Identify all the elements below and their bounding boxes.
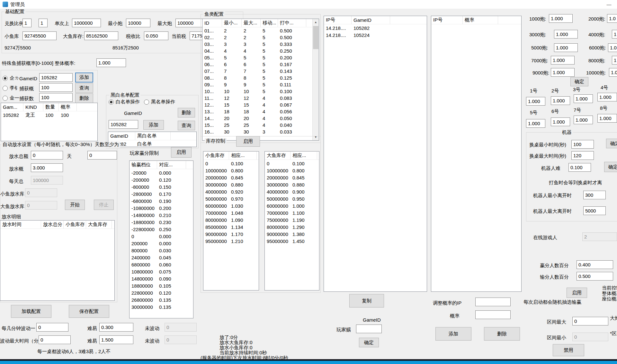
max-leave-input[interactable]	[583, 206, 606, 215]
table-row[interactable]: 11...121240.083	[202, 95, 319, 101]
column-header[interactable]: 最大...	[242, 19, 261, 27]
adjust-prob-input[interactable]	[475, 310, 511, 319]
table-row[interactable]: 10...101050.100	[202, 88, 319, 95]
column-header[interactable]: 概率	[463, 16, 498, 24]
percent-enable-button[interactable]: 启用	[567, 288, 587, 298]
table-row[interactable]: 800000001.290	[265, 223, 319, 230]
machine-confirm2-button[interactable]: 确定	[604, 162, 617, 172]
special-delete-button[interactable]: 删除	[75, 93, 93, 103]
table-row[interactable]: 700000001.100	[265, 209, 319, 216]
column-header[interactable]: 对应...	[157, 161, 186, 169]
adjust-ip-input[interactable]	[475, 298, 511, 306]
table-row[interactable]: 08...8850.125	[202, 74, 319, 81]
table-row[interactable]: -28000000.170	[130, 190, 193, 197]
table-row[interactable]: 188000000.105	[130, 282, 193, 289]
special-add-button[interactable]: 添加	[75, 73, 93, 82]
cannon-confirm-button[interactable]: 确定	[570, 77, 588, 86]
column-header[interactable]: 放水总分	[41, 221, 64, 229]
table-row[interactable]: -228000000.250	[130, 226, 193, 233]
table-row[interactable]: 00.100	[265, 160, 319, 167]
table-row[interactable]: 00.000	[130, 233, 193, 240]
max-switch-input[interactable]	[571, 151, 594, 160]
table-row[interactable]: -108000000.200	[130, 204, 193, 212]
exchange-b-input[interactable]	[39, 19, 48, 27]
tax-ratio-input[interactable]	[144, 31, 168, 40]
table-row[interactable]: 8000000.030	[130, 247, 193, 254]
bwlist-gameid-input[interactable]	[109, 120, 138, 129]
range-max-input[interactable]	[572, 317, 608, 325]
table-row[interactable]: 04...4450.250	[202, 48, 319, 54]
column-header[interactable]: 移动...	[261, 19, 278, 27]
column-header[interactable]: GameID	[352, 16, 390, 24]
table-row[interactable]: 14.218....105224	[324, 31, 427, 39]
min-cannon-input[interactable]	[126, 19, 150, 27]
table-row[interactable]: 100000000.800	[203, 167, 259, 174]
table-row[interactable]: 300000000.880	[203, 181, 259, 188]
seat-7-input[interactable]	[574, 116, 593, 124]
single-upload-input[interactable]	[72, 19, 101, 27]
cannon-10000-input[interactable]	[609, 68, 617, 77]
column-header[interactable]: 大鱼库存	[265, 152, 291, 160]
table-row[interactable]: 750000001.190	[265, 216, 319, 223]
robot-diff-input[interactable]	[568, 163, 591, 172]
copy-button[interactable]: 复制	[349, 294, 384, 308]
column-header[interactable]: 相应...	[229, 152, 257, 160]
load-config-button[interactable]: 加载配置	[11, 305, 51, 318]
special-overall-prob-input[interactable]	[96, 58, 126, 67]
special-type-radio-3[interactable]: 金一	[3, 95, 19, 101]
seat-3-input[interactable]	[574, 94, 593, 103]
water-day-input[interactable]	[87, 151, 117, 160]
table-row[interactable]: 05...5550.200	[202, 54, 319, 61]
table-row[interactable]: 108000000.075	[130, 268, 193, 275]
table-row[interactable]: -148000000.210	[130, 212, 193, 219]
column-header[interactable]: 打中...	[278, 19, 306, 27]
column-header[interactable]: IP号	[431, 16, 463, 24]
min-leave-input[interactable]	[583, 191, 606, 199]
minimize-button[interactable]: —	[602, 0, 616, 9]
blacklist-radio[interactable]: 黑名单操作	[144, 99, 175, 105]
table-row[interactable]: -68000000.190	[130, 197, 193, 204]
wave-row1-diff-input[interactable]	[99, 323, 133, 332]
table-row[interactable]: 268000000.135	[130, 296, 193, 303]
seat-6-input[interactable]	[551, 117, 570, 126]
wave-row1-input[interactable]	[36, 323, 68, 332]
cannon-9000-input[interactable]	[551, 68, 575, 77]
cannon-6000-input[interactable]	[608, 43, 617, 52]
table-row[interactable]: 14...202040.050	[202, 115, 319, 122]
table-row[interactable]: 600000001.030	[203, 202, 259, 209]
column-header[interactable]: 黑白名单	[135, 132, 171, 140]
column-header[interactable]: 小鱼库存	[64, 221, 86, 229]
bwlist-add-button[interactable]: 添加	[143, 120, 164, 130]
column-header[interactable]: 输赢档位	[130, 161, 157, 169]
wave-row2-diff-input[interactable]	[99, 335, 133, 344]
scroll-thumb[interactable]	[313, 26, 318, 49]
cannon-1000-input[interactable]	[549, 14, 573, 23]
special-type-radio-2[interactable]: 李钅	[3, 85, 19, 91]
column-header[interactable]: 概率	[59, 103, 77, 111]
table-row[interactable]: 950000001.450	[265, 238, 319, 245]
table-row[interactable]: 700000001.048	[203, 209, 259, 216]
cannon-4000-input[interactable]	[612, 30, 617, 39]
table-row[interactable]: 148000000.090	[130, 275, 193, 282]
table-row[interactable]: 800000001.090	[203, 216, 259, 223]
column-header[interactable]: 大鱼库存	[86, 221, 112, 229]
column-header[interactable]: 数量	[43, 103, 59, 111]
table-row[interactable]: 2000000.000	[130, 240, 193, 247]
cannon-7000-input[interactable]	[551, 56, 575, 65]
ip-add-button[interactable]: 添加	[435, 327, 471, 341]
range-disable-button[interactable]: 禁用	[553, 344, 584, 356]
table-row[interactable]: 100000000.800	[265, 167, 319, 174]
table-row[interactable]: 200000000.845	[203, 174, 259, 181]
ip-delete-button[interactable]: 删除	[484, 327, 520, 341]
save-config-button[interactable]: 保存配置	[69, 305, 109, 318]
table-row[interactable]: -8000000.150	[130, 183, 193, 190]
table-row[interactable]: 00.100	[203, 160, 259, 167]
table-row[interactable]: 09...9950.111	[202, 81, 319, 88]
table-row[interactable]: 06...6650.167	[202, 61, 319, 68]
cannon-8000-input[interactable]	[612, 56, 617, 65]
catch-prob-input[interactable]	[39, 83, 73, 92]
gift-player-input[interactable]	[356, 325, 382, 333]
table-row[interactable]: 105282白名单	[108, 140, 196, 147]
table-row[interactable]: 24000000.045	[130, 254, 193, 261]
table-row[interactable]: 105282龙王100100	[1, 111, 97, 118]
